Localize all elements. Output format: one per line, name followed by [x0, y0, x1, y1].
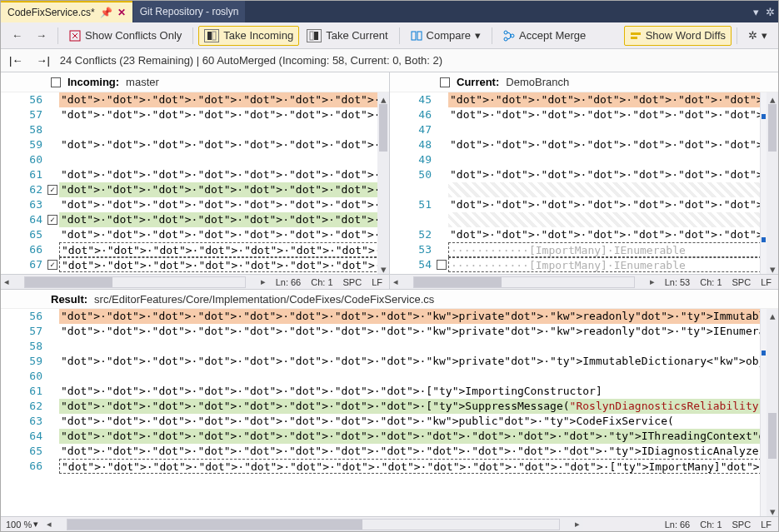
line-checkbox[interactable]	[435, 212, 448, 227]
code-line[interactable]: 49	[390, 152, 778, 167]
scroll-up-icon[interactable]: ▴	[767, 309, 778, 321]
nav-forward-button[interactable]: →	[30, 26, 52, 46]
code-line[interactable]: 65"dot">·"dot">·"dot">·"dot">·"dot">·"do…	[1, 444, 778, 459]
line-checkbox[interactable]	[46, 212, 59, 227]
scroll-up-icon[interactable]: ▴	[377, 92, 389, 104]
scroll-right-icon[interactable]: ▸	[257, 276, 269, 287]
compare-button[interactable]: Compare ▾	[405, 26, 487, 46]
code-line[interactable]: 46"dot">·"dot">·"dot">·"dot">·"dot">·"do…	[390, 107, 778, 122]
code-line[interactable]: 67"dot">·"dot">·"dot">·"dot">·"dot">·"do…	[1, 257, 389, 272]
line-checkbox[interactable]	[46, 429, 59, 444]
line-checkbox[interactable]	[46, 92, 59, 107]
pane-incoming-body[interactable]: 56"dot">·"dot">·"dot">·"dot">·"dot">·"do…	[1, 92, 389, 274]
line-checkbox[interactable]	[46, 384, 59, 399]
code-line[interactable]: 47	[390, 122, 778, 137]
code-line[interactable]: 52"dot">·"dot">·"dot">·"dot">·"dot">·"do…	[390, 227, 778, 242]
code-line[interactable]: 50"dot">·"dot">·"dot">·"dot">·"dot">·"do…	[390, 167, 778, 182]
hscroll-incoming[interactable]: ◂ ▸	[1, 276, 269, 289]
code-line[interactable]: 56"dot">·"dot">·"dot">·"dot">·"dot">·"do…	[1, 92, 389, 107]
line-checkbox[interactable]	[46, 354, 59, 369]
code-line[interactable]: 58	[1, 339, 778, 354]
code-line[interactable]	[390, 212, 778, 227]
scroll-down-icon[interactable]: ▾	[767, 505, 778, 516]
scroll-down-icon[interactable]: ▾	[767, 262, 778, 274]
line-checkbox[interactable]	[435, 242, 448, 257]
scroll-right-icon[interactable]: ▸	[572, 519, 583, 530]
line-checkbox[interactable]	[435, 137, 448, 152]
code-line[interactable]: 53············[ImportMany]·IEnumerable	[390, 242, 778, 257]
vscroll-current[interactable]: ▴ ▾	[767, 92, 778, 274]
close-icon[interactable]: ✕	[117, 7, 126, 18]
code-line[interactable]: 59"dot">·"dot">·"dot">·"dot">·"dot">·"do…	[1, 137, 389, 152]
code-line[interactable]: 45"dot">·"dot">·"dot">·"dot">·"dot">·"do…	[390, 92, 778, 107]
line-checkbox[interactable]	[435, 197, 448, 212]
line-checkbox[interactable]	[46, 107, 59, 122]
first-conflict-button[interactable]: |←	[6, 52, 26, 68]
line-checkbox[interactable]	[46, 459, 59, 474]
code-line[interactable]: 59"dot">·"dot">·"dot">·"dot">·"dot">·"do…	[1, 354, 778, 369]
code-line[interactable]: 61"dot">·"dot">·"dot">·"dot">·"dot">·"do…	[1, 167, 389, 182]
line-checkbox[interactable]	[435, 167, 448, 182]
tab-active-file[interactable]: CodeFixService.cs* 📌 ✕	[1, 1, 132, 22]
pane-result-body[interactable]: 56"dot">·"dot">·"dot">·"dot">·"dot">·"do…	[1, 309, 778, 516]
line-checkbox[interactable]	[46, 369, 59, 384]
nav-back-button[interactable]: ←	[6, 26, 28, 46]
scroll-up-icon[interactable]: ▴	[767, 92, 778, 104]
current-group-checkbox[interactable]	[440, 77, 450, 87]
code-line[interactable]: 57"dot">·"dot">·"dot">·"dot">·"dot">·"do…	[1, 324, 778, 339]
code-line[interactable]: 48"dot">·"dot">·"dot">·"dot">·"dot">·"do…	[390, 137, 778, 152]
code-line[interactable]	[390, 182, 778, 197]
code-line[interactable]: 62"dot">·"dot">·"dot">·"dot">·"dot">·"do…	[1, 399, 778, 414]
line-checkbox[interactable]	[46, 152, 59, 167]
line-checkbox[interactable]	[435, 92, 448, 107]
code-line[interactable]: 57"dot">·"dot">·"dot">·"dot">·"dot">·"do…	[1, 107, 389, 122]
line-checkbox[interactable]	[46, 444, 59, 459]
line-checkbox[interactable]	[46, 399, 59, 414]
code-line[interactable]: 64"dot">·"dot">·"dot">·"dot">·"dot">·"do…	[1, 429, 778, 444]
line-checkbox[interactable]	[46, 167, 59, 182]
scroll-left-icon[interactable]: ◂	[1, 276, 12, 287]
code-line[interactable]: 56"dot">·"dot">·"dot">·"dot">·"dot">·"do…	[1, 309, 778, 324]
code-line[interactable]: 66"dot">·"dot">·"dot">·"dot">·"dot">·"do…	[1, 242, 389, 257]
vscroll-incoming[interactable]: ▴ ▾	[377, 92, 389, 274]
incoming-group-checkbox[interactable]	[51, 77, 61, 87]
pin-icon[interactable]: 📌	[100, 7, 112, 18]
line-checkbox[interactable]	[46, 182, 59, 197]
hscroll-current[interactable]: ◂▸	[390, 276, 658, 289]
line-checkbox[interactable]	[435, 257, 448, 272]
vscroll-result[interactable]: ▴ ▾	[767, 309, 778, 516]
code-line[interactable]: 54············[ImportMany]·IEnumerable	[390, 257, 778, 272]
line-checkbox[interactable]	[435, 227, 448, 242]
code-line[interactable]: 63"dot">·"dot">·"dot">·"dot">·"dot">·"do…	[1, 197, 389, 212]
code-line[interactable]: 61"dot">·"dot">·"dot">·"dot">·"dot">·"do…	[1, 384, 778, 399]
line-checkbox[interactable]	[46, 414, 59, 429]
accept-merge-button[interactable]: Accept Merge	[497, 26, 592, 46]
scroll-left-icon[interactable]: ◂	[43, 519, 55, 530]
code-line[interactable]: 63"dot">·"dot">·"dot">·"dot">·"dot">·"do…	[1, 414, 778, 429]
take-current-button[interactable]: Take Current	[301, 26, 393, 46]
show-conflicts-only-button[interactable]: Show Conflicts Only	[63, 26, 187, 46]
line-checkbox[interactable]	[46, 197, 59, 212]
chevron-down-icon[interactable]: ▾	[753, 6, 759, 18]
code-line[interactable]: 62"dot">·"dot">·"dot">·"dot">·"dot">·"do…	[1, 182, 389, 197]
line-checkbox[interactable]	[46, 242, 59, 257]
hscroll-result[interactable]: ◂ ▸	[43, 518, 582, 531]
line-checkbox[interactable]	[46, 339, 59, 354]
code-line[interactable]: 58	[1, 122, 389, 137]
line-checkbox[interactable]	[435, 107, 448, 122]
zoom-control[interactable]: 100 % ▾	[1, 519, 43, 530]
code-line[interactable]: 51"dot">·"dot">·"dot">·"dot">·"dot">·"do…	[390, 197, 778, 212]
tab-git-repo[interactable]: Git Repository - roslyn	[132, 1, 246, 22]
line-checkbox[interactable]	[435, 152, 448, 167]
line-checkbox[interactable]	[46, 122, 59, 137]
line-checkbox[interactable]	[435, 182, 448, 197]
line-checkbox[interactable]	[46, 324, 59, 339]
code-line[interactable]: 66"dot">·"dot">·"dot">·"dot">·"dot">·"do…	[1, 459, 778, 474]
line-checkbox[interactable]	[46, 309, 59, 324]
line-checkbox[interactable]	[46, 227, 59, 242]
show-word-diffs-button[interactable]: Show Word Diffs	[624, 26, 732, 46]
pane-current-body[interactable]: 45"dot">·"dot">·"dot">·"dot">·"dot">·"do…	[390, 92, 778, 274]
gear-button[interactable]: ✲▾	[742, 26, 773, 46]
scroll-down-icon[interactable]: ▾	[377, 262, 389, 274]
line-checkbox[interactable]	[46, 137, 59, 152]
